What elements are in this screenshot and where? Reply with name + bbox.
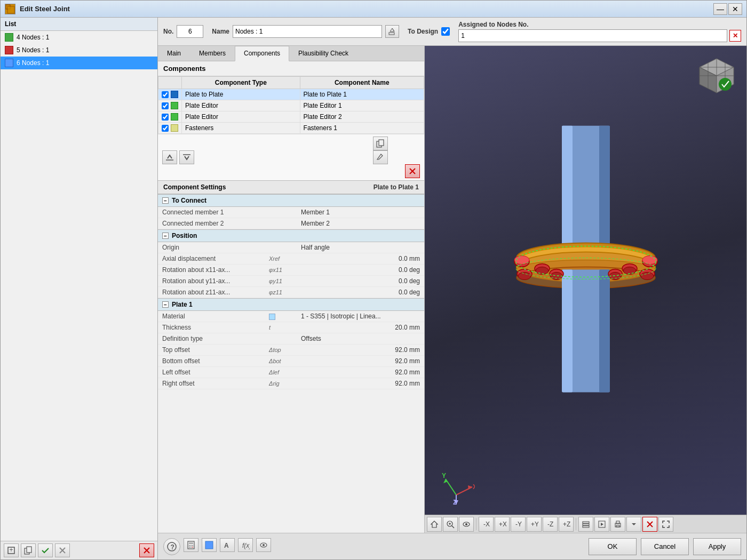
to-design-checkbox[interactable]: [441, 27, 450, 36]
comp-row-fasteners[interactable]: Fasteners Fasteners 1: [158, 123, 424, 134]
tab-members[interactable]: Members: [190, 46, 235, 61]
collapse-position[interactable]: −: [162, 233, 169, 239]
no-input[interactable]: [177, 25, 203, 38]
rot-x-sym: φx11: [265, 265, 297, 276]
vp-axis-z-pos[interactable]: +Z: [559, 517, 574, 532]
comp-color: [171, 113, 178, 121]
comp-name-cell: Plate to Plate 1: [300, 89, 424, 100]
top-offset-value: 92.0 mm: [297, 345, 424, 356]
add-item-button[interactable]: +: [4, 543, 19, 557]
vp-axis-y-neg[interactable]: -Y: [511, 517, 526, 532]
svg-text:Z: Z: [453, 499, 457, 506]
vp-axis-x-neg[interactable]: -X: [479, 517, 494, 532]
vp-print-button[interactable]: [610, 517, 625, 532]
svg-text:-Z: -Z: [547, 521, 553, 528]
vp-layers-button[interactable]: [578, 517, 593, 532]
svg-rect-29: [562, 269, 573, 392]
edit-comp-button[interactable]: [373, 150, 388, 164]
origin-row: Origin Half angle: [158, 242, 424, 253]
delete-item-button[interactable]: [139, 543, 154, 557]
formula-button[interactable]: f(x): [238, 538, 253, 552]
edit-name-button[interactable]: [385, 25, 399, 38]
apply-button[interactable]: Apply: [693, 538, 741, 555]
settings-title: Component Settings: [163, 183, 226, 191]
comp-row-plate-to-plate[interactable]: Plate to Plate Plate to Plate 1: [158, 89, 424, 100]
material-value: 1 - S355 | Isotropic | Linea...: [297, 311, 424, 322]
3d-viewport[interactable]: Y X Z: [425, 46, 746, 533]
svg-rect-5: [27, 547, 31, 553]
copy-comp-button[interactable]: [373, 137, 388, 150]
comp-row-plate-editor-1[interactable]: Plate Editor Plate Editor 1: [158, 100, 424, 111]
copy-item-button[interactable]: [21, 543, 36, 557]
comp-checkbox[interactable]: [162, 102, 169, 109]
vp-render-button[interactable]: [594, 517, 609, 532]
position-label: Position: [172, 232, 197, 239]
uncheck-items-button[interactable]: [55, 543, 70, 557]
cancel-button[interactable]: Cancel: [641, 538, 689, 555]
svg-point-36: [518, 272, 531, 279]
svg-rect-95: [189, 542, 193, 544]
list-item-label: 5 Nodes : 1: [17, 46, 49, 54]
tab-main[interactable]: Main: [158, 46, 190, 61]
check-items-button[interactable]: [38, 543, 53, 557]
svg-point-38: [641, 272, 654, 279]
close-button[interactable]: ✕: [728, 3, 742, 15]
svg-text:-X: -X: [483, 521, 490, 528]
svg-rect-81: [583, 522, 589, 523]
vp-expand-button[interactable]: [658, 517, 673, 532]
collapse-plate1[interactable]: −: [162, 301, 169, 308]
comp-checkbox[interactable]: [162, 114, 169, 121]
tab-components[interactable]: Components: [235, 46, 289, 61]
axis-cube[interactable]: [695, 54, 738, 97]
minimize-button[interactable]: —: [713, 3, 727, 15]
comp-checkbox[interactable]: [162, 91, 169, 98]
conn-member-1-row: Connected member 1 Member 1: [158, 207, 424, 218]
rot-x-row: Rotation about x11-ax... φx11 0.0 deg: [158, 265, 424, 276]
list-item-selected[interactable]: 6 Nodes : 1: [1, 57, 157, 69]
clear-assigned-button[interactable]: ✕: [729, 30, 741, 42]
color-button[interactable]: [202, 538, 217, 552]
visibility-button[interactable]: [256, 538, 271, 552]
help-button[interactable]: ?: [163, 538, 180, 555]
move-down-button[interactable]: [179, 150, 194, 164]
vp-axis-z-neg[interactable]: -Z: [543, 517, 558, 532]
plate1-header: − Plate 1: [158, 298, 424, 311]
ok-button[interactable]: OK: [589, 538, 637, 555]
conn-member-2-row: Connected member 2 Member 2: [158, 218, 424, 229]
vp-close-red-button[interactable]: [642, 517, 657, 532]
comp-toolbar: [158, 134, 424, 180]
name-input[interactable]: [233, 25, 382, 38]
comp-type-cell: Fasteners: [182, 123, 300, 134]
move-up-button[interactable]: [162, 150, 177, 164]
vp-zoom-button[interactable]: [443, 517, 458, 532]
list-item[interactable]: 4 Nodes : 1: [1, 31, 157, 44]
list-item[interactable]: 5 Nodes : 1: [1, 44, 157, 57]
vp-axis-y-pos[interactable]: +Y: [527, 517, 542, 532]
axial-disp-value: 0.0 mm: [297, 253, 424, 265]
vp-axis-x-pos[interactable]: +X: [495, 517, 510, 532]
svg-rect-82: [583, 524, 589, 525]
svg-text:+: +: [9, 546, 13, 554]
to-connect-label: To Connect: [172, 197, 206, 204]
delete-comp-button[interactable]: [405, 164, 420, 178]
calculator-button[interactable]: [184, 538, 198, 552]
top-bar: No. Name To Design Assigned to Nodes No.: [158, 18, 746, 46]
col-check: [158, 77, 182, 89]
text-button[interactable]: A: [220, 538, 235, 552]
comp-row-plate-editor-2[interactable]: Plate Editor Plate Editor 2: [158, 111, 424, 123]
comp-color: [171, 124, 178, 132]
collapse-to-connect[interactable]: −: [162, 197, 169, 204]
components-title: Components: [158, 61, 424, 76]
svg-rect-22: [599, 125, 610, 248]
tab-plausibility[interactable]: Plausibility Check: [289, 46, 357, 61]
tabs-bar: Main Members Components Plausibility Che…: [158, 46, 424, 61]
vp-home-button[interactable]: [427, 517, 442, 532]
assigned-input[interactable]: [458, 29, 727, 42]
vp-dropdown-button[interactable]: [626, 517, 641, 532]
comp-type-cell: Plate to Plate: [182, 89, 300, 100]
svg-marker-68: [431, 521, 438, 527]
vp-eye-button[interactable]: [459, 517, 474, 532]
svg-text:Y: Y: [442, 472, 446, 479]
comp-checkbox[interactable]: [162, 125, 169, 132]
thickness-label: Thickness: [158, 322, 265, 333]
